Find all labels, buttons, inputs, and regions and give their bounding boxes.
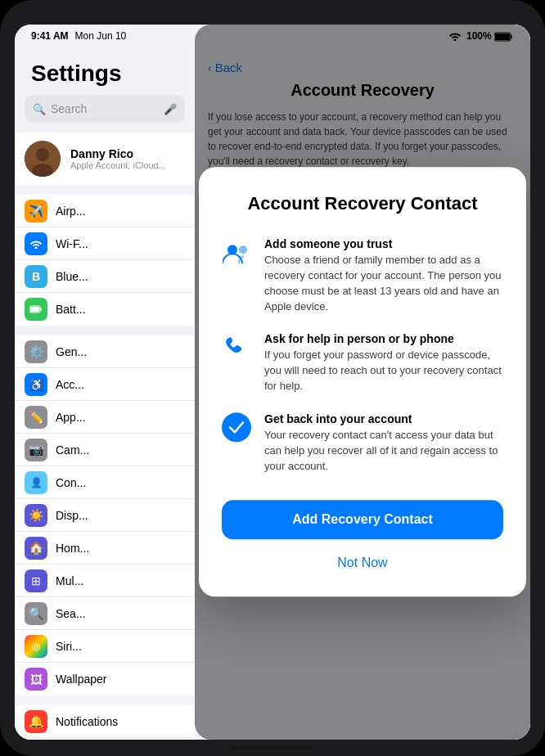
sidebar-item-display[interactable]: ☀️ Disp... [15, 499, 195, 532]
ipad-frame: 9:41 AM Mon Jun 10 100% [0, 0, 545, 756]
sidebar-item-label: Hom... [56, 542, 89, 555]
add-recovery-contact-button[interactable]: Add Recovery Contact [222, 501, 503, 540]
modal-actions: Add Recovery Contact Not Now [222, 501, 503, 578]
svg-point-10 [239, 245, 247, 254]
bluetooth-icon: B [25, 265, 47, 288]
display-icon: ☀️ [25, 504, 47, 527]
sidebar-item-contacts[interactable]: 👤 Con... [15, 466, 195, 499]
profile-info: Danny Rico Apple Account, iCloud... [70, 147, 166, 170]
home-indicator [232, 746, 313, 749]
svg-rect-7 [40, 308, 42, 311]
sidebar-item-general[interactable]: ⚙️ Gen... [15, 335, 195, 368]
sidebar-item-bluetooth[interactable]: B Blue... [15, 260, 195, 293]
sidebar-item-search[interactable]: 🔍 Sea... [15, 597, 195, 630]
phone-icon [222, 335, 251, 364]
status-time: 9:41 AM [31, 30, 69, 42]
notifications-icon: 🔔 [25, 710, 47, 733]
accessibility-icon: ♿ [25, 373, 47, 396]
profile-name: Danny Rico [70, 147, 166, 160]
settings-section-2: ⚙️ Gen... ♿ Acc... ✏️ App... 📷 Cam... 👤 [15, 335, 195, 695]
sidebar-item-label: Cam... [56, 443, 89, 457]
feature-title-help: Ask for help in person or by phone [264, 333, 503, 346]
profile-sub: Apple Account, iCloud... [70, 160, 166, 170]
feature-title-trust: Add someone you trust [264, 237, 503, 250]
sidebar-item-label: App... [56, 411, 86, 424]
feature-desc-access: Your recovery contact can't access your … [264, 428, 503, 475]
siri-icon: ◎ [25, 635, 47, 658]
sidebar-title: Settings [15, 47, 195, 95]
sidebar-item-label: Siri... [56, 640, 82, 653]
sidebar-item-siri[interactable]: ◎ Siri... [15, 630, 195, 663]
sidebar-item-multitasking[interactable]: ⊞ Mul... [15, 565, 195, 597]
sidebar-item-label: Disp... [56, 509, 88, 522]
checkmark-icon [222, 412, 251, 442]
profile-row[interactable]: Danny Rico Apple Account, iCloud... [15, 133, 195, 185]
sidebar-item-apps[interactable]: ✏️ App... [15, 401, 195, 434]
search-settings-icon: 🔍 [25, 602, 47, 625]
apps-icon: ✏️ [25, 406, 47, 429]
status-bar-left: 9:41 AM Mon Jun 10 [31, 30, 126, 42]
feature-title-access: Get back into your account [264, 412, 503, 425]
modal-title: Account Recovery Contact [222, 193, 503, 214]
contacts-icon: 👤 [25, 471, 47, 494]
sidebar: Settings 🔍 Search 🎤 Danny Rico Apple [15, 25, 195, 740]
mic-icon: 🎤 [164, 103, 177, 115]
wallpaper-icon: 🖼 [25, 668, 47, 691]
sidebar-item-sounds[interactable]: 🔊 Sounds [15, 738, 195, 740]
camera-icon: 📷 [25, 439, 47, 461]
feature-text-trust: Add someone you trust Choose a friend or… [264, 237, 503, 314]
svg-point-4 [36, 148, 49, 161]
sidebar-item-home[interactable]: 🏠 Hom... [15, 532, 195, 565]
home-icon: 🏠 [25, 537, 47, 560]
screen: 9:41 AM Mon Jun 10 100% [15, 25, 530, 740]
sidebar-item-accessibility[interactable]: ♿ Acc... [15, 368, 195, 401]
wifi-settings-icon [25, 232, 47, 255]
status-date: Mon Jun 10 [75, 30, 127, 42]
sidebar-item-camera[interactable]: 📷 Cam... [15, 434, 195, 466]
feature-text-help: Ask for help in person or by phone If yo… [264, 333, 503, 395]
sidebar-item-label: Airp... [56, 205, 86, 218]
sidebar-item-label: Batt... [56, 303, 86, 316]
general-icon: ⚙️ [25, 340, 47, 363]
sidebar-item-wifi[interactable]: Wi-F... [15, 227, 195, 260]
sidebar-item-label: Con... [56, 476, 86, 489]
feature-row-help: Ask for help in person or by phone If yo… [222, 333, 503, 395]
search-bar[interactable]: 🔍 Search 🎤 [25, 95, 185, 123]
sidebar-item-label: Wi-F... [56, 237, 88, 250]
settings-section-3: 🔔 Notifications 🔊 Sounds 🌙 Focus ⧖ Scree… [15, 705, 195, 740]
sidebar-item-label: Wallpaper [56, 673, 107, 686]
search-icon: 🔍 [33, 103, 46, 115]
notifications-label: Notifications [56, 715, 118, 728]
search-placeholder: Search [51, 102, 87, 115]
modal-features: Add someone you trust Choose a friend or… [222, 237, 503, 474]
sidebar-item-label: Mul... [56, 574, 83, 587]
multitasking-icon: ⊞ [25, 569, 47, 592]
sidebar-item-battery[interactable]: Batt... [15, 293, 195, 326]
account-recovery-modal: Account Recovery Contact [199, 167, 526, 596]
settings-section-1: ✈️ Airp... Wi-F... B Blue... [15, 195, 195, 326]
sidebar-item-label: Blue... [56, 270, 88, 283]
svg-rect-8 [30, 307, 39, 312]
sidebar-item-wallpaper[interactable]: 🖼 Wallpaper [15, 663, 195, 695]
feature-text-access: Get back into your account Your recovery… [264, 412, 503, 475]
avatar [25, 141, 61, 177]
feature-row-access: Get back into your account Your recovery… [222, 412, 503, 475]
sidebar-item-notifications[interactable]: 🔔 Notifications [15, 705, 195, 738]
battery-settings-icon [25, 298, 47, 321]
sidebar-item-label: Sea... [56, 607, 86, 620]
feature-desc-help: If you forget your password or device pa… [264, 349, 503, 395]
people-icon [222, 239, 251, 268]
main-content: ‹ Back Account Recovery If you lose acce… [195, 25, 530, 740]
sidebar-item-label: Gen... [56, 345, 87, 358]
sidebar-item-airplane[interactable]: ✈️ Airp... [15, 195, 195, 227]
sidebar-item-label: Acc... [56, 378, 84, 391]
feature-row-trust: Add someone you trust Choose a friend or… [222, 237, 503, 314]
not-now-button[interactable]: Not Now [331, 550, 394, 578]
airplane-icon: ✈️ [25, 200, 47, 223]
feature-desc-trust: Choose a friend or family member to add … [264, 253, 503, 314]
